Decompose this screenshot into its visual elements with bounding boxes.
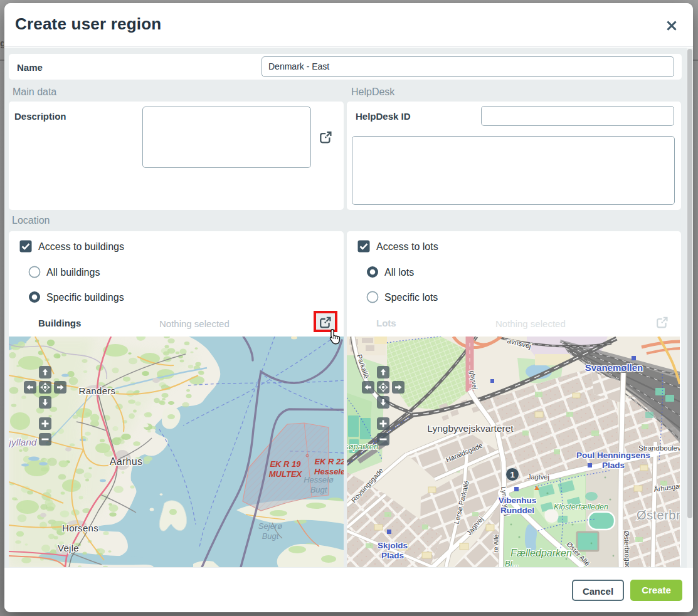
svg-text:Østerbrogade: Østerbrogade	[623, 531, 632, 567]
svg-text:Aarhus: Aarhus	[110, 456, 143, 467]
svg-text:EK R 19: EK R 19	[270, 459, 301, 469]
svg-text:EK R 22: EK R 22	[314, 457, 344, 466]
svg-text:Østerbr: Østerbr	[637, 508, 680, 522]
svg-text:Bugt: Bugt	[310, 485, 328, 494]
svg-text:Skjolds: Skjolds	[378, 541, 408, 550]
svg-text:MULTEX: MULTEX	[269, 469, 303, 479]
svg-text:søparken: søparken	[347, 442, 378, 451]
svg-text:Plads: Plads	[381, 551, 404, 560]
svg-text:Jagtvej: Jagtvej	[527, 473, 549, 481]
svg-text:Hesselø: Hesselø	[304, 475, 334, 484]
svg-text:Horsens: Horsens	[62, 523, 98, 533]
svg-text:Svanemøllen: Svanemøllen	[585, 362, 643, 373]
svg-text:Bl...: Bl...	[505, 559, 519, 567]
svg-text:Plads: Plads	[602, 461, 625, 470]
svg-text:Fælledparken: Fælledparken	[510, 548, 572, 558]
svg-text:Runddel: Runddel	[500, 506, 534, 515]
svg-text:Vejle: Vejle	[58, 543, 79, 553]
svg-text:Klosterfælleden: Klosterfælleden	[554, 503, 608, 511]
svg-text:Randers: Randers	[79, 385, 116, 396]
svg-text:re Allé: re Allé	[492, 534, 500, 553]
svg-text:Bugt: Bugt	[262, 531, 280, 541]
svg-text:Lyngbyvejskvarteret: Lyngbyvejskvarteret	[427, 423, 514, 434]
svg-text:Hesselø: Hesselø	[314, 467, 344, 476]
svg-text:1: 1	[510, 470, 514, 479]
svg-text:dtjylland: dtjylland	[9, 437, 38, 447]
svg-text:Poul Henningsens: Poul Henningsens	[576, 451, 650, 460]
svg-text:Vibenhus: Vibenhus	[499, 496, 537, 505]
svg-text:Sejerø: Sejerø	[258, 521, 282, 531]
